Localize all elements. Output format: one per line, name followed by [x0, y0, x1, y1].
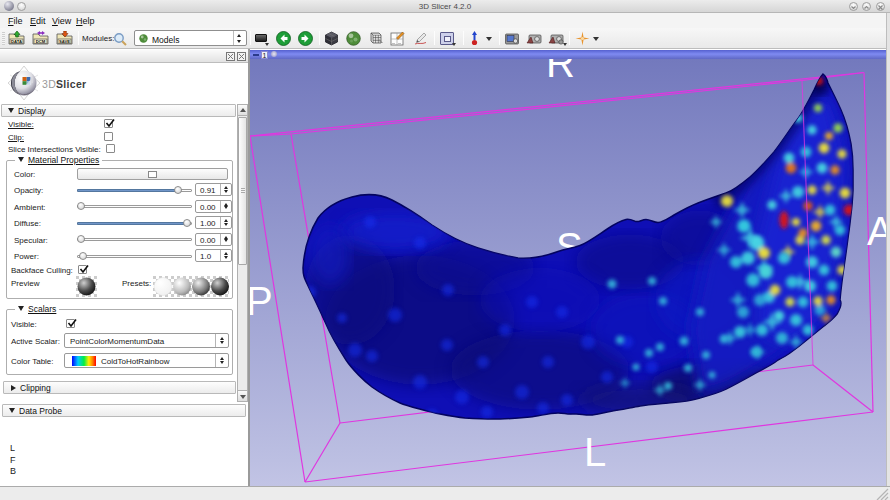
svg-text:P: P: [250, 279, 273, 323]
svg-text:R: R: [546, 59, 575, 85]
svg-text:L: L: [584, 430, 606, 474]
svg-text:SAVE: SAVE: [59, 39, 70, 44]
svg-text:A: A: [867, 209, 886, 253]
svg-text:DCM: DCM: [36, 39, 46, 44]
svg-text:DATA: DATA: [11, 39, 22, 44]
